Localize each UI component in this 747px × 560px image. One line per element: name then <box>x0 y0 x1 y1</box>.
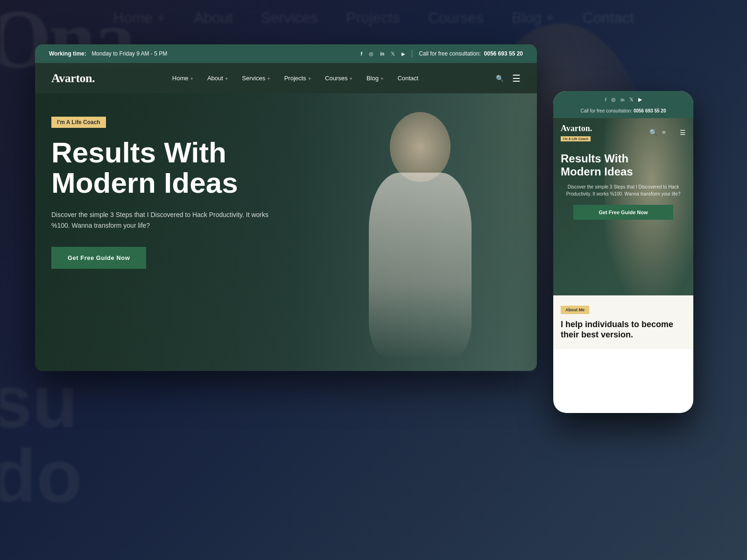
blog-plus: + <box>381 76 383 81</box>
topbar-divider <box>412 50 412 57</box>
mobile-navbar: Avarton. I'm A Life Coach 🔍 ≡ ☰ <box>553 118 693 147</box>
hero-content: I'm A Life Coach Results With Modern Ide… <box>51 117 275 269</box>
hero-title: Results With Modern Ideas <box>51 137 275 198</box>
woman-body-shape <box>369 173 472 359</box>
woman-silhouette <box>331 103 509 371</box>
courses-plus: + <box>349 76 352 81</box>
mobile-phone-number[interactable]: 0056 693 55 20 <box>634 108 666 113</box>
mobile-mockup: f ◎ in 𝕏 ▶ Call for free consultation: 0… <box>553 91 693 413</box>
hero-cta-button[interactable]: Get Free Guide Now <box>51 247 146 269</box>
mobile-facebook-icon[interactable]: f <box>605 97 606 103</box>
bg-hero-words: sudo <box>0 364 82 513</box>
nav-item-courses[interactable]: Courses + <box>325 75 352 82</box>
nav-item-projects[interactable]: Projects + <box>284 75 311 82</box>
mobile-title-line2: Modern Ideas <box>561 165 633 178</box>
hero-badge: I'm A Life Coach <box>51 117 106 128</box>
search-icon[interactable] <box>496 73 504 83</box>
mobile-lines-icon[interactable]: ≡ <box>662 129 666 137</box>
phone-number[interactable]: 0056 693 55 20 <box>484 50 523 57</box>
mobile-about-section: About Me I help individuals to become th… <box>553 295 693 349</box>
desktop-mockup: Working time: Monday to Friday 9 AM - 5 … <box>35 44 537 371</box>
working-time-label: Working time: <box>49 50 86 57</box>
bg-nav-courses: Courses <box>428 9 484 27</box>
bg-nav-about: About <box>194 9 233 27</box>
woman-head-shape <box>390 112 451 182</box>
hero-person-area <box>294 93 537 371</box>
youtube-icon[interactable] <box>402 50 405 57</box>
mobile-social-icons: f ◎ in 𝕏 ▶ <box>605 97 641 103</box>
topbar-phone: Call for free consultation: 0056 693 55 … <box>419 50 523 57</box>
mobile-hero-title: Results With Modern Ideas <box>561 152 686 178</box>
topbar: Working time: Monday to Friday 9 AM - 5 … <box>35 44 537 63</box>
nav-item-about[interactable]: About + <box>207 75 228 82</box>
nav-icons <box>496 73 521 84</box>
mobile-nav-icons: 🔍 ≡ ☰ <box>649 129 686 137</box>
mobile-twitter-icon[interactable]: 𝕏 <box>629 97 634 103</box>
bg-nav-blog: Blog + <box>512 9 555 27</box>
mobile-hamburger-icon[interactable]: ☰ <box>680 129 686 137</box>
nav-menu: Home + About + Services + Projects + Cou… <box>172 75 418 82</box>
mobile-hero-section: Avarton. I'm A Life Coach 🔍 ≡ ☰ Results … <box>553 118 693 295</box>
projects-plus: + <box>308 76 311 81</box>
mobile-nav-logo-area: Avarton. I'm A Life Coach <box>561 124 592 142</box>
linkedin-icon[interactable] <box>380 50 384 57</box>
instagram-icon[interactable] <box>369 50 374 57</box>
twitter-icon[interactable] <box>391 50 395 57</box>
hero-section: I'm A Life Coach Results With Modern Ide… <box>35 93 537 371</box>
nav-item-blog[interactable]: Blog + <box>366 75 383 82</box>
services-plus: + <box>267 76 270 81</box>
mobile-youtube-icon[interactable]: ▶ <box>638 97 642 103</box>
mobile-instagram-icon[interactable]: ◎ <box>611 97 616 103</box>
mobile-phone-bar: Call for free consultation: 0056 693 55 … <box>553 106 693 118</box>
mobile-logo-badge: I'm A Life Coach <box>561 136 591 141</box>
mobile-hero-subtitle: Discover the simple 3 Steps that I Disco… <box>561 183 686 197</box>
facebook-icon[interactable] <box>361 50 363 57</box>
nav-item-services[interactable]: Services + <box>242 75 270 82</box>
nav-item-contact[interactable]: Contact <box>397 75 418 82</box>
hero-title-line2: Modern Ideas <box>51 167 238 199</box>
mobile-search-icon[interactable]: 🔍 <box>649 129 657 137</box>
topbar-social-group: Call for free consultation: 0056 693 55 … <box>361 50 523 57</box>
mobile-call-text: Call for free consultation: <box>581 108 633 113</box>
nav-item-home[interactable]: Home + <box>172 75 193 82</box>
hero-subtitle: Discover the simple 3 Steps that I Disco… <box>51 210 275 231</box>
bg-nav-home: Home + <box>113 9 166 27</box>
mobile-about-title: I help individuals to become their best … <box>561 320 686 340</box>
bg-nav-services: Services <box>261 9 318 27</box>
bg-nav-projects: Projects <box>346 9 400 27</box>
hamburger-icon[interactable] <box>512 73 521 84</box>
navbar: Avarton. Home + About + Services + Proje… <box>35 63 537 93</box>
mobile-linkedin-icon[interactable]: in <box>620 97 625 103</box>
mobile-hero-content: Results With Modern Ideas Discover the s… <box>553 147 693 224</box>
mobile-title-line1: Results With <box>561 152 628 165</box>
bg-nav-row: Home + About Services Projects Courses B… <box>0 0 747 27</box>
mobile-cta-button[interactable]: Get Free Guide Now <box>573 205 673 220</box>
mobile-topbar: f ◎ in 𝕏 ▶ <box>553 91 693 106</box>
about-plus: + <box>225 76 228 81</box>
home-plus: + <box>190 76 193 81</box>
mobile-about-badge: About Me <box>561 306 589 314</box>
bg-nav-contact: Contact <box>583 9 634 27</box>
topbar-working-hours: Working time: Monday to Friday 9 AM - 5 … <box>49 50 167 57</box>
mobile-logo[interactable]: Avarton. <box>561 124 592 133</box>
nav-logo[interactable]: Avarton. <box>51 71 95 85</box>
hero-title-line1: Results With <box>51 136 226 168</box>
call-text: Call for free consultation: <box>419 50 481 57</box>
working-hours-value: Monday to Friday 9 AM - 5 PM <box>92 50 167 57</box>
